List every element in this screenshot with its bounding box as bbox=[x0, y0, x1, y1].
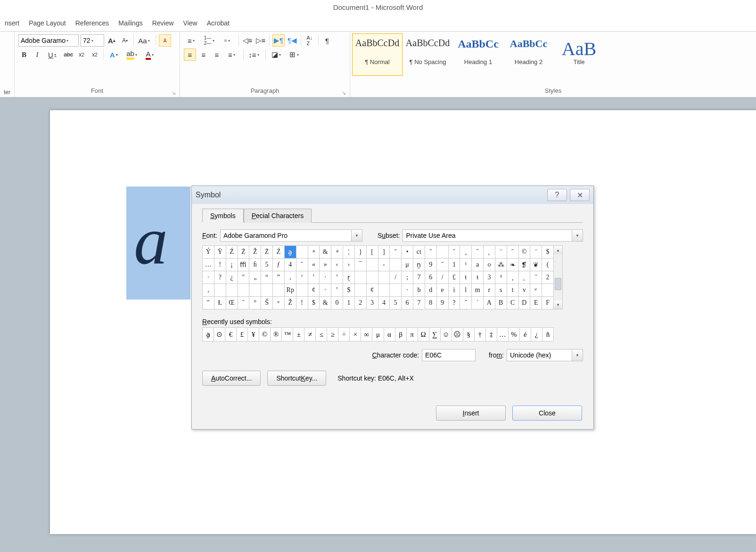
char-cell[interactable]: ; bbox=[402, 271, 413, 284]
char-cell[interactable]: Ż bbox=[238, 246, 250, 259]
char-cell[interactable]: 1 bbox=[343, 297, 355, 309]
char-cell[interactable]: “ bbox=[261, 271, 273, 284]
tab-acrobat[interactable]: Acrobat bbox=[207, 19, 230, 27]
char-cell[interactable]: 3 bbox=[484, 271, 495, 284]
char-cell[interactable]: ¨ bbox=[530, 246, 542, 259]
char-cell[interactable] bbox=[214, 284, 226, 297]
char-cell[interactable]: r bbox=[484, 284, 495, 297]
char-cell[interactable]: ˘ bbox=[390, 246, 402, 259]
char-cell[interactable]: ’ bbox=[331, 271, 343, 284]
char-cell[interactable]: i bbox=[449, 284, 460, 297]
char-cell[interactable]: / bbox=[390, 271, 402, 284]
insert-button[interactable]: Insert bbox=[436, 406, 506, 421]
char-cell[interactable]: © bbox=[519, 246, 531, 259]
char-cell[interactable]: ˛ bbox=[484, 246, 495, 259]
highlight-icon[interactable]: ab▾ bbox=[124, 49, 140, 60]
char-cell[interactable] bbox=[355, 271, 367, 284]
char-cell[interactable]: ƒ bbox=[273, 259, 285, 271]
char-cell[interactable]: ŧ bbox=[472, 271, 484, 284]
char-cell[interactable]: E bbox=[530, 297, 542, 309]
char-cell[interactable] bbox=[355, 284, 367, 297]
char-cell[interactable]: ˝ bbox=[507, 246, 519, 259]
char-cell[interactable]: & bbox=[320, 246, 331, 259]
char-cell[interactable] bbox=[296, 246, 308, 259]
help-icon[interactable]: ? bbox=[547, 189, 567, 201]
char-cell[interactable]: ˇ bbox=[449, 246, 460, 259]
autocorrect-button[interactable]: AutoCorrect... bbox=[202, 371, 261, 386]
char-cell[interactable]: & bbox=[320, 297, 331, 309]
close-button[interactable]: Close bbox=[512, 406, 582, 421]
tab-insert[interactable]: nsert bbox=[5, 19, 19, 27]
char-cell[interactable]: ﬁ bbox=[249, 259, 261, 271]
char-cell[interactable] bbox=[238, 284, 250, 297]
char-cell[interactable]: e bbox=[437, 284, 449, 297]
char-cell[interactable]: … bbox=[203, 259, 214, 271]
recent-cell[interactable]: § bbox=[463, 328, 475, 341]
char-cell[interactable]: ˇ bbox=[530, 271, 542, 284]
char-cell[interactable] bbox=[390, 284, 402, 297]
char-cell[interactable] bbox=[273, 284, 285, 297]
char-cell[interactable]: , bbox=[203, 284, 214, 297]
recent-cell[interactable]: † bbox=[475, 328, 486, 341]
recent-cell[interactable]: ☹ bbox=[452, 328, 463, 341]
char-cell[interactable]: d bbox=[425, 284, 437, 297]
char-cell[interactable]: £ bbox=[449, 271, 460, 284]
char-cell[interactable]: · bbox=[320, 271, 331, 284]
recent-cell[interactable]: % bbox=[509, 328, 520, 341]
char-cell[interactable]: 4 bbox=[378, 297, 390, 309]
recent-cell[interactable]: ≠ bbox=[304, 328, 316, 341]
char-cell[interactable]: 1 bbox=[449, 259, 460, 271]
char-cell[interactable]: ˛ bbox=[519, 271, 531, 284]
recent-cell[interactable]: € bbox=[225, 328, 237, 341]
style-item[interactable]: AaBbCcDd¶ No Spacing bbox=[403, 33, 453, 76]
from-combo[interactable]: Unicode (hex)▼ bbox=[507, 349, 583, 361]
char-cell[interactable]: 6 bbox=[402, 297, 413, 309]
char-cell[interactable]: $ bbox=[343, 284, 355, 297]
char-cell[interactable]: ¢ bbox=[367, 284, 378, 297]
char-cell[interactable]: ‚ bbox=[285, 271, 296, 284]
char-cell[interactable]: $ bbox=[308, 297, 320, 309]
char-cell[interactable]: ❧ bbox=[507, 259, 519, 271]
char-cell[interactable]: ] bbox=[378, 246, 390, 259]
char-cell[interactable] bbox=[437, 246, 449, 259]
shading-icon[interactable]: ◪▾ bbox=[269, 49, 285, 60]
change-case-icon[interactable]: Aa▾ bbox=[137, 35, 153, 46]
char-cell[interactable]: b bbox=[413, 284, 425, 297]
recent-cell[interactable]: × bbox=[350, 328, 361, 341]
char-cell[interactable]: ( bbox=[542, 259, 554, 271]
char-cell[interactable] bbox=[296, 284, 308, 297]
recent-cell[interactable]: β bbox=[395, 328, 407, 341]
recent-cell[interactable]: μ bbox=[372, 328, 384, 341]
char-cell[interactable]: ¯ bbox=[355, 259, 367, 271]
font-name-combo[interactable]: Adobe Garamo▾ bbox=[18, 34, 79, 47]
style-item[interactable]: AaBbCcDd¶ Normal bbox=[352, 33, 403, 76]
char-cell[interactable]: ᵃ bbox=[331, 246, 343, 259]
font-combo[interactable]: Adobe Garamond Pro▼ bbox=[220, 229, 362, 242]
char-cell[interactable]: 2 bbox=[542, 271, 554, 284]
char-cell[interactable]: v bbox=[519, 284, 531, 297]
char-cell[interactable]: ¦ bbox=[343, 246, 355, 259]
char-cell[interactable]: ° bbox=[249, 297, 261, 309]
recent-cell[interactable]: ñ bbox=[542, 328, 554, 341]
char-cell[interactable]: ⁂ bbox=[495, 259, 507, 271]
char-cell[interactable]: ᵃ bbox=[308, 246, 320, 259]
char-cell[interactable]: a̯ bbox=[285, 246, 296, 259]
char-cell[interactable]: ŧ bbox=[460, 271, 472, 284]
recent-cell[interactable]: π bbox=[407, 328, 418, 341]
char-cell[interactable]: ❦ bbox=[530, 259, 542, 271]
char-cell[interactable] bbox=[542, 284, 554, 297]
scroll-up-icon[interactable]: ▲ bbox=[554, 246, 562, 254]
tab-references[interactable]: References bbox=[75, 19, 109, 27]
char-cell[interactable]: ¢ bbox=[308, 284, 320, 297]
char-cell[interactable]: } bbox=[355, 246, 367, 259]
char-cell[interactable]: ! bbox=[296, 297, 308, 309]
bullets-icon[interactable]: ≡▾ bbox=[184, 35, 200, 46]
recent-cell[interactable]: ≤ bbox=[316, 328, 327, 341]
recent-cell[interactable]: ÷ bbox=[338, 328, 350, 341]
tab-special-characters[interactable]: Pecial Characters bbox=[244, 209, 312, 223]
char-cell[interactable]: ? bbox=[214, 271, 226, 284]
increase-indent-icon[interactable]: ▷≡ bbox=[255, 35, 266, 46]
style-item[interactable]: AaBTitle bbox=[554, 33, 604, 76]
borders-icon[interactable]: ⊞▾ bbox=[287, 49, 303, 60]
char-cell[interactable] bbox=[249, 284, 261, 297]
